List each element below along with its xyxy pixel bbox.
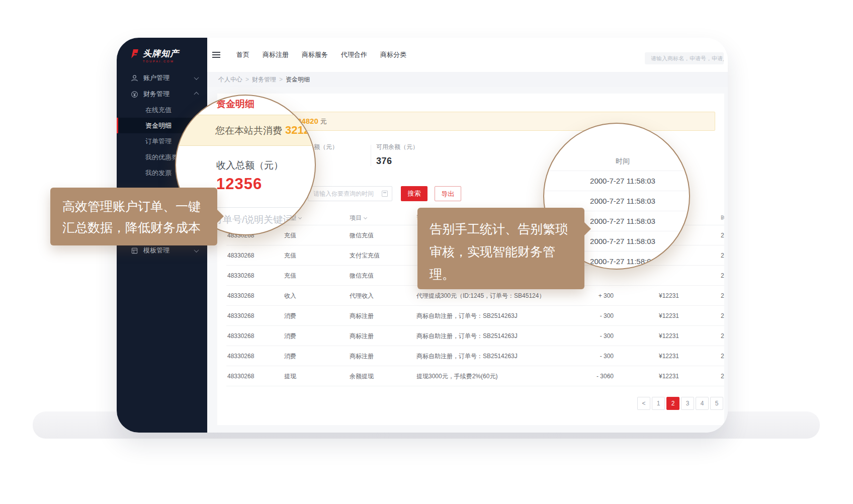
breadcrumb-item[interactable]: 个人中心 [218, 76, 242, 83]
export-button[interactable]: 导出 [435, 186, 461, 201]
cell-order-id: 48330268 [227, 286, 278, 306]
cell-type: 消费 [284, 346, 329, 366]
chevron-up-icon [194, 92, 199, 97]
stat-label: 可用余额（元） [376, 143, 418, 151]
magnified-time-header: 时间 [544, 152, 689, 171]
breadcrumb-separator: > [245, 76, 249, 83]
banner-suffix: 元 [320, 118, 327, 125]
cell-order-id: 48330268 [227, 266, 278, 286]
table-row[interactable]: 48330268消费商标注册商标自助注册，订单号：SB2514263J- 300… [226, 326, 724, 346]
cell-type: 收入 [284, 286, 329, 306]
cell-project: 支付宝充值 [350, 245, 407, 266]
pagination-page-button-active[interactable]: 2 [666, 397, 679, 410]
cell-order-id: 48330268 [227, 346, 278, 366]
user-icon [131, 74, 138, 82]
sort-caret-icon [298, 216, 302, 219]
cell-balance: ¥12231 [630, 286, 679, 306]
pagination-page-button[interactable]: 1 [652, 397, 665, 410]
cell-project: 商标注册 [350, 346, 407, 366]
stat-balance: 可用余额（元） 376 [376, 143, 418, 166]
tooltip-arrow-icon [584, 222, 591, 236]
magnified-time-cell: 2000-7-27 11:58:03 [544, 171, 689, 191]
cell-project: 商标注册 [350, 326, 407, 346]
cell-desc: 商标自助注册，订单号：SB2514263J [416, 306, 563, 326]
template-icon [131, 247, 138, 255]
table-row[interactable]: 48330268提现余额提现提现3000元，手续费2%(60元)- 3060¥1… [226, 366, 724, 386]
callout-text: 汇总数据，降低财务成本 [62, 217, 217, 238]
menu-toggle-icon[interactable] [212, 52, 220, 58]
cell-time: 2000-7-27 11:58:03 [721, 326, 724, 346]
cell-balance: ¥12231 [630, 366, 679, 386]
sidebar-item-account[interactable]: 账户管理 [117, 70, 207, 86]
cell-time: 2000-7-27 11:58:03 [721, 346, 724, 366]
sidebar-item-label: 账户管理 [143, 73, 169, 82]
nav-item-category[interactable]: 商标分类 [380, 50, 406, 59]
search-button[interactable]: 搜索 [401, 186, 428, 201]
cell-type: 充值 [284, 245, 329, 266]
sidebar-item-finance[interactable]: 财务管理 [117, 87, 207, 102]
magnified-input-placeholder: 订单号/说明关键词 [213, 213, 292, 226]
tooltip-arrow-icon [217, 209, 224, 223]
nav-item-services[interactable]: 商标服务 [302, 50, 328, 59]
cell-amount: - 300 [564, 346, 614, 366]
cell-project: 代理收入 [350, 286, 407, 306]
callout-text: 告别手工统计、告别繁琐 [430, 218, 584, 240]
sidebar-item-label: 财务管理 [143, 90, 169, 99]
cell-project: 微信充值 [350, 266, 407, 286]
cell-type: 消费 [284, 306, 329, 326]
col-project[interactable]: 项目 [350, 210, 407, 225]
brand-logo-icon [130, 49, 140, 59]
sidebar-subitem-recharge[interactable]: 在线充值 [117, 102, 207, 118]
pagination: < 1 2 3 4 5 [637, 397, 723, 410]
sidebar-item-label: 模板管理 [143, 246, 169, 255]
magnified-banner: 您在本站共消费32124 [176, 115, 315, 146]
nav-item-register[interactable]: 商标注册 [263, 50, 289, 59]
cell-amount: - 3060 [564, 366, 614, 386]
cell-balance: ¥12231 [630, 346, 679, 366]
chevron-down-icon [194, 75, 199, 80]
stat-divider [371, 145, 371, 166]
top-navbar: 首页 商标注册 商标服务 代理合作 商标分类 [207, 38, 728, 72]
cell-type: 提现 [284, 366, 329, 386]
nav-item-agency[interactable]: 代理合作 [341, 50, 367, 59]
stat-value: 376 [376, 156, 418, 166]
breadcrumb-item[interactable]: 财务管理 [252, 76, 276, 83]
callout-text: 审核，实现智能财务管 [430, 240, 584, 263]
trademark-search-input[interactable] [645, 52, 724, 64]
callout-text: 理。 [430, 263, 584, 286]
pagination-page-button[interactable]: 3 [681, 397, 694, 410]
magnified-page-title: 资金明细 [216, 98, 254, 111]
breadcrumb-current: 资金明细 [286, 76, 310, 83]
magnified-stat-label: 收入总额（元） [216, 159, 283, 172]
pagination-page-button[interactable]: 4 [696, 397, 709, 410]
cell-type: 充值 [284, 225, 329, 245]
pagination-page-button[interactable]: 5 [710, 397, 723, 410]
calendar-icon[interactable] [382, 191, 388, 197]
breadcrumb-separator: > [279, 76, 283, 83]
cell-order-id: 48330268 [227, 366, 278, 386]
cell-order-id: 48330268 [227, 306, 278, 326]
active-indicator [117, 118, 118, 133]
cell-type: 消费 [284, 326, 329, 346]
cell-time: 2000-7-27 11:58:03 [721, 225, 724, 245]
cell-order-id: 48330268 [227, 326, 278, 346]
chevron-down-icon [194, 247, 199, 253]
sort-caret-icon [364, 216, 367, 219]
cell-project: 商标注册 [350, 306, 407, 326]
cell-time: 2000-7-27 11:58:03 [721, 306, 724, 326]
pagination-prev-button[interactable]: < [637, 397, 650, 410]
laptop-mockup: 头牌知产 TOUPAI.COM 账户管理 财务管理 在线充值 资金明细 订单管理… [0, 0, 853, 504]
table-row[interactable]: 48330268消费商标注册商标自助注册，订单号：SB2514263J- 300… [226, 306, 724, 326]
nav-item-home[interactable]: 首页 [236, 50, 249, 59]
cell-time: 2000-7-27 11:58:03 [721, 266, 724, 286]
cell-balance: ¥12231 [630, 306, 679, 326]
callout-text: 高效管理账户订单、一键 [62, 196, 217, 217]
cell-time: 2000-7-27 11:58:03 [721, 245, 724, 266]
brand-logo[interactable]: 头牌知产 TOUPAI.COM [130, 49, 179, 63]
cell-order-id: 48330268 [227, 245, 278, 266]
cell-balance: ¥12231 [630, 326, 679, 346]
date-filter-input[interactable] [308, 186, 392, 201]
cell-amount: - 300 [564, 326, 614, 346]
cell-time: 2000-7-27 11:58:03 [721, 286, 724, 306]
table-row[interactable]: 48330268消费商标注册商标自助注册，订单号：SB2514263J- 300… [226, 346, 724, 366]
